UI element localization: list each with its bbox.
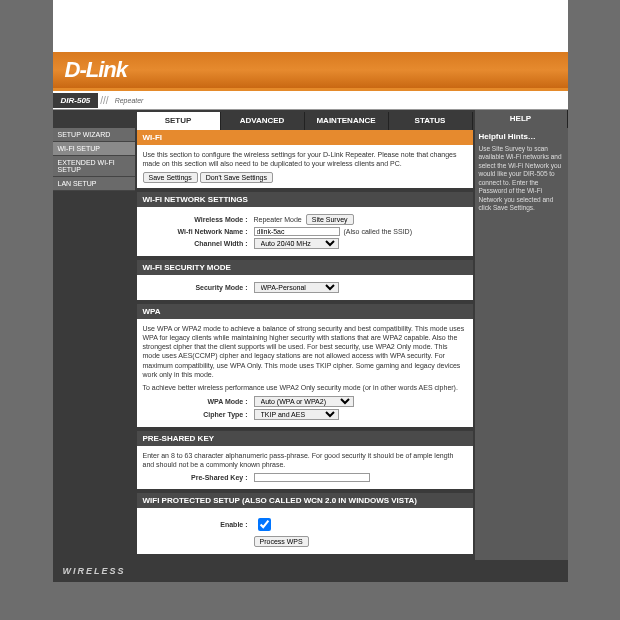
hints-text: Use Site Survey to scan available Wi-Fi … <box>479 145 564 213</box>
logo: D-Link <box>65 57 127 83</box>
model-label: DIR-505 <box>53 93 99 108</box>
psk-label: Pre-Shared Key : <box>143 474 254 481</box>
help-panel: HELP Helpful Hints… Use Site Survey to s… <box>475 110 568 560</box>
tab-help[interactable]: HELP <box>475 110 568 128</box>
process-wps-button[interactable]: Process WPS <box>254 536 309 547</box>
main-content: SETUP ADVANCED MAINTENANCE STATUS WI-FI … <box>135 110 475 560</box>
wpa-desc2: To achieve better wireless performance u… <box>143 383 467 392</box>
model-row: DIR-505 /// Repeater <box>53 91 568 110</box>
save-settings-button[interactable]: Save Settings <box>143 172 198 183</box>
site-survey-button[interactable]: Site Survey <box>306 214 354 225</box>
wpa-desc1: Use WPA or WPA2 mode to achieve a balanc… <box>143 324 467 379</box>
wifi-name-label: Wi-fi Network Name : <box>143 228 254 235</box>
wifi-name-input[interactable] <box>254 227 340 236</box>
channel-width-label: Channel Width : <box>143 240 254 247</box>
cipher-select[interactable]: TKIP and AES <box>254 409 339 420</box>
psk-input[interactable] <box>254 473 370 482</box>
top-spacer <box>53 0 568 52</box>
dont-save-button[interactable]: Don't Save Settings <box>200 172 273 183</box>
sidebar: SETUP WIZARD WI-FI SETUP EXTENDED WI-FI … <box>53 110 135 560</box>
slash-deco: /// <box>98 95 110 106</box>
wireless-mode-label: Wireless Mode : <box>143 216 254 223</box>
network-header: WI-FI NETWORK SETTINGS <box>137 192 473 207</box>
wifi-desc: Use this section to configure the wirele… <box>143 150 467 168</box>
side-lan-setup[interactable]: LAN SETUP <box>53 177 135 191</box>
hints-title: Helpful Hints… <box>479 132 564 141</box>
side-setup-wizard[interactable]: SETUP WIZARD <box>53 128 135 142</box>
channel-width-select[interactable]: Auto 20/40 MHz <box>254 238 339 249</box>
side-extended-wifi[interactable]: EXTENDED WI-FI SETUP <box>53 156 135 177</box>
wpa-mode-label: WPA Mode : <box>143 398 254 405</box>
footer: WIRELESS <box>53 560 568 582</box>
cipher-label: Cipher Type : <box>143 411 254 418</box>
psk-desc: Enter an 8 to 63 character alphanumeric … <box>143 451 467 469</box>
tab-setup[interactable]: SETUP <box>137 112 221 130</box>
tab-maintenance[interactable]: MAINTENANCE <box>305 112 389 130</box>
wps-header: WIFI PROTECTED SETUP (ALSO CALLED WCN 2.… <box>137 493 473 508</box>
security-mode-select[interactable]: WPA-Personal <box>254 282 339 293</box>
psk-header: PRE-SHARED KEY <box>137 431 473 446</box>
ssid-note: (Also called the SSID) <box>340 228 412 235</box>
security-header: WI-FI SECURITY MODE <box>137 260 473 275</box>
wifi-header: WI-FI <box>137 130 473 145</box>
wpa-header: WPA <box>137 304 473 319</box>
side-wifi-setup[interactable]: WI-FI SETUP <box>53 142 135 156</box>
wps-enable-label: Enable : <box>143 521 254 528</box>
model-mode: Repeater <box>111 97 144 104</box>
tab-status[interactable]: STATUS <box>389 112 473 130</box>
wpa-mode-select[interactable]: Auto (WPA or WPA2) <box>254 396 354 407</box>
wireless-mode-value: Repeater Mode <box>254 216 302 223</box>
top-tabs: SETUP ADVANCED MAINTENANCE STATUS <box>137 112 473 130</box>
security-mode-label: Security Mode : <box>143 284 254 291</box>
wps-enable-checkbox[interactable] <box>258 518 271 531</box>
header: D-Link <box>53 52 568 88</box>
tab-advanced[interactable]: ADVANCED <box>221 112 305 130</box>
